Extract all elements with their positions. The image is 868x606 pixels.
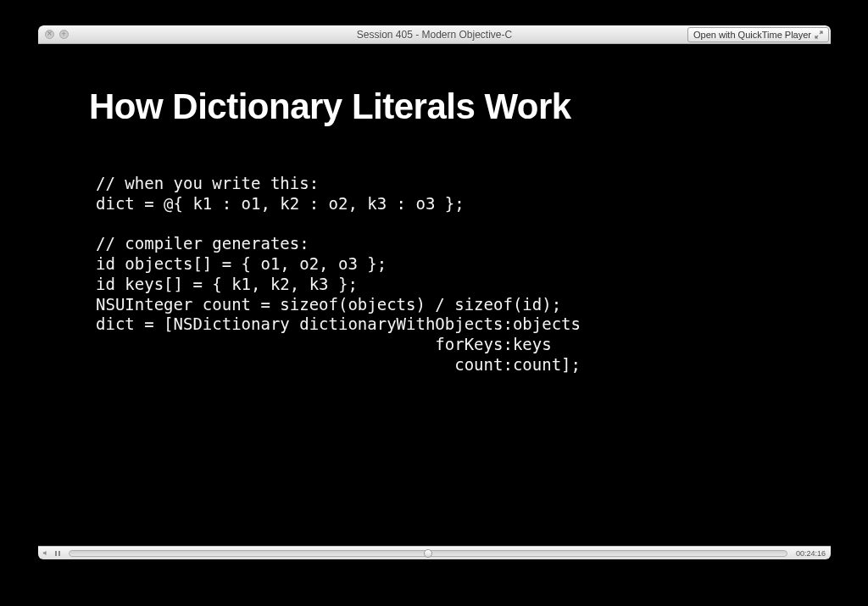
svg-rect-0: [55, 551, 57, 556]
svg-rect-1: [58, 551, 60, 556]
playback-progress-track[interactable]: [69, 550, 787, 557]
close-button[interactable]: [45, 30, 54, 39]
code-block: // when you write this: dict = @{ k1 : o…: [89, 174, 780, 375]
volume-icon[interactable]: [42, 549, 50, 558]
play-pause-button[interactable]: [53, 549, 62, 558]
player-controls-bar: 00:24:16: [38, 546, 831, 559]
window-titlebar: Session 405 - Modern Objective-C Open wi…: [38, 25, 831, 44]
quicklook-window: Session 405 - Modern Objective-C Open wi…: [38, 25, 831, 559]
open-with-label: Open with QuickTime Player: [693, 30, 811, 40]
slide-title: How Dictionary Literals Work: [89, 86, 780, 127]
open-with-button[interactable]: Open with QuickTime Player: [687, 27, 829, 42]
video-content: How Dictionary Literals Work // when you…: [38, 44, 831, 546]
zoom-button[interactable]: [59, 30, 69, 39]
playback-progress-thumb[interactable]: [424, 549, 432, 558]
playback-time: 00:24:16: [794, 549, 827, 558]
traffic-lights: [38, 30, 69, 39]
fullscreen-icon: [815, 31, 823, 39]
